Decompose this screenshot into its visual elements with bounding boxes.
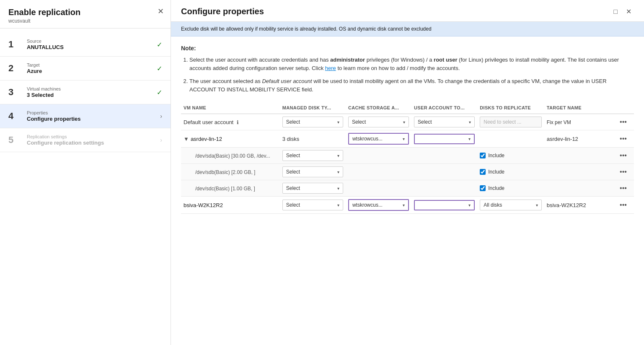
disk-sda-managed-dropdown[interactable]: Select ▾ <box>282 150 343 161</box>
step-vms[interactable]: 3 Virtual machines 3 Selected ✓ <box>0 80 171 104</box>
disk-sdb-more-button[interactable]: ••• <box>617 167 629 176</box>
note-item-1: Select the user account with accurate cr… <box>189 56 634 72</box>
disk-sdc-more-button[interactable]: ••• <box>617 184 629 193</box>
col-target-header: TARGET NAME <box>544 102 615 114</box>
right-content: Note: Select the user account with accur… <box>171 36 644 345</box>
vm2-managed-cell[interactable]: Select ▾ <box>280 197 346 214</box>
default-user-row: Default user account ℹ Select ▾ Select ▾ <box>181 114 634 130</box>
disk-sdb-include-cell[interactable]: Include <box>477 164 544 180</box>
step-4-label: Properties <box>27 110 160 115</box>
vm2-cache-value: wtskrowcus... <box>352 202 383 208</box>
vm1-user-cell[interactable]: ▾ <box>411 130 477 148</box>
maximize-button[interactable]: □ <box>611 7 620 16</box>
step-3-value: 3 Selected <box>27 92 157 98</box>
vm-asrdev-lin-12-row: ▼ asrdev-lin-12 3 disks wtskrowcus... ▾ <box>181 130 634 148</box>
default-user-dropdown[interactable]: Select ▾ <box>414 117 475 127</box>
default-managed-cell[interactable]: Select ▾ <box>280 114 346 130</box>
disk-sdc-managed-cell[interactable]: Select ▾ <box>280 180 346 197</box>
default-cache-cell[interactable]: Select ▾ <box>346 114 411 130</box>
vm1-expand-icon[interactable]: ▼ <box>184 136 189 142</box>
vm1-managed-cell: 3 disks <box>280 130 346 148</box>
vm2-disks-value: All disks <box>484 202 502 208</box>
vm2-disks-dropdown[interactable]: All disks ▾ <box>480 200 541 210</box>
vm2-more-button[interactable]: ••• <box>617 200 629 210</box>
disk-sda-more-button[interactable]: ••• <box>617 151 629 160</box>
step-source[interactable]: 1 Source ANUTALLUCS ✓ <box>0 33 171 57</box>
disk-sdb-user-cell <box>411 164 477 180</box>
step-5-value: Configure replication settings <box>27 140 160 146</box>
vm2-cache-cell[interactable]: wtskrowcus... ▾ <box>346 197 411 214</box>
step-target[interactable]: 2 Target Azure ✓ <box>0 57 171 80</box>
default-user-cell[interactable]: Select ▾ <box>411 114 477 130</box>
disk-sdc-include[interactable]: Include <box>480 185 541 191</box>
disk-sda-managed-value: Select <box>286 153 300 158</box>
col-user-header: USER ACCOUNT TO... <box>411 102 477 114</box>
disk-sdc-managed-value: Select <box>286 185 300 191</box>
vm1-cache-dropdown[interactable]: wtskrowcus... ▾ <box>348 133 409 145</box>
disk-sdb-managed-dropdown[interactable]: Select ▾ <box>282 166 343 177</box>
default-managed-dropdown[interactable]: Select ▾ <box>282 117 343 127</box>
vm2-user-cell[interactable]: ▾ <box>411 197 477 214</box>
vm2-name-cell: bsiva-W2K12R2 <box>181 197 280 214</box>
disk-sdb-checkbox[interactable] <box>480 169 486 175</box>
disk-sdb-include[interactable]: Include <box>480 169 541 175</box>
disk-sda-checkbox[interactable] <box>480 153 486 158</box>
vm1-more-cell[interactable]: ••• <box>615 130 634 148</box>
default-more-button[interactable]: ••• <box>617 117 629 127</box>
vm1-target-value: asrdev-lin-12 <box>547 136 578 142</box>
col-disks-header: DISKS TO REPLICATE <box>477 102 544 114</box>
vm2-user-arrow-icon: ▾ <box>468 203 471 208</box>
disk-sdb-row: /dev/sdb(Basic) [2.00 GB, ] Select ▾ I <box>181 164 634 180</box>
step-5-info: Replication settings Configure replicati… <box>27 134 160 146</box>
vm1-cache-arrow-icon: ▾ <box>403 137 405 141</box>
default-target-cell: Fix per VM <box>544 114 615 130</box>
right-header: Configure properties □ ✕ <box>171 0 644 22</box>
vm2-more-cell[interactable]: ••• <box>615 197 634 214</box>
default-user-label: Default user account <box>184 119 233 125</box>
step-4-info: Properties Configure properties <box>27 110 160 122</box>
close-right-button[interactable]: ✕ <box>623 7 634 16</box>
disk-sdb-name: /dev/sdb(Basic) [2.00 GB, ] <box>184 169 255 175</box>
left-header: Enable replication wcusvault <box>0 0 171 29</box>
note-title: Note: <box>181 45 634 52</box>
disk-sdc-more-cell[interactable]: ••• <box>615 180 634 197</box>
vm2-managed-dropdown[interactable]: Select ▾ <box>282 200 343 210</box>
vm2-user-dropdown[interactable]: ▾ <box>414 200 475 210</box>
disk-sdb-managed-cell[interactable]: Select ▾ <box>280 164 346 180</box>
default-cache-arrow-icon: ▾ <box>403 120 405 125</box>
disk-sda-arrow-icon: ▾ <box>337 153 339 158</box>
step-4-num: 4 <box>8 111 23 122</box>
disk-sda-managed-cell[interactable]: Select ▾ <box>280 148 346 164</box>
vm2-disks-arrow-icon: ▾ <box>536 203 538 208</box>
vm1-more-button[interactable]: ••• <box>617 134 629 143</box>
disk-sda-more-cell[interactable]: ••• <box>615 148 634 164</box>
note-section: Note: Select the user account with accur… <box>181 45 634 93</box>
vm2-disks-cell[interactable]: All disks ▾ <box>477 197 544 214</box>
step-4-arrow-icon: › <box>160 113 162 119</box>
default-cache-dropdown[interactable]: Select ▾ <box>348 117 409 127</box>
vm1-target-cell: asrdev-lin-12 <box>544 130 615 148</box>
vm2-target-value: bsiva-W2K12R2 <box>547 202 586 208</box>
default-more-cell[interactable]: ••• <box>615 114 634 130</box>
disk-sdc-row: /dev/sdc(Basic) [1.00 GB, ] Select ▾ I <box>181 180 634 197</box>
vm-table: VM NAME MANAGED DISK TY... CACHE STORAGE… <box>181 102 634 214</box>
disk-sda-target-cell <box>544 148 615 164</box>
vm2-cache-arrow-icon: ▾ <box>403 203 405 208</box>
step-3-num: 3 <box>8 87 23 98</box>
vm-bsiva-row: bsiva-W2K12R2 Select ▾ wtskrowcus... ▾ <box>181 197 634 214</box>
vm1-cache-cell[interactable]: wtskrowcus... ▾ <box>346 130 411 148</box>
here-link[interactable]: here <box>325 65 336 71</box>
disk-sdc-include-cell[interactable]: Include <box>477 180 544 197</box>
left-panel: Enable replication wcusvault ✕ 1 Source … <box>0 0 171 345</box>
vm1-user-dropdown[interactable]: ▾ <box>414 134 475 144</box>
info-banner-text: Exclude disk will be allowed only if mob… <box>181 26 432 32</box>
disk-sdb-more-cell[interactable]: ••• <box>615 164 634 180</box>
disk-sdc-checkbox[interactable] <box>480 185 486 191</box>
vm1-name-label: asrdev-lin-12 <box>191 136 222 142</box>
vm2-cache-dropdown[interactable]: wtskrowcus... ▾ <box>348 199 409 211</box>
disk-sda-include[interactable]: Include <box>480 153 541 158</box>
disk-sdc-managed-dropdown[interactable]: Select ▾ <box>282 183 343 194</box>
close-left-button[interactable]: ✕ <box>158 7 164 16</box>
step-properties[interactable]: 4 Properties Configure properties › <box>0 104 171 128</box>
disk-sda-include-cell[interactable]: Include <box>477 148 544 164</box>
